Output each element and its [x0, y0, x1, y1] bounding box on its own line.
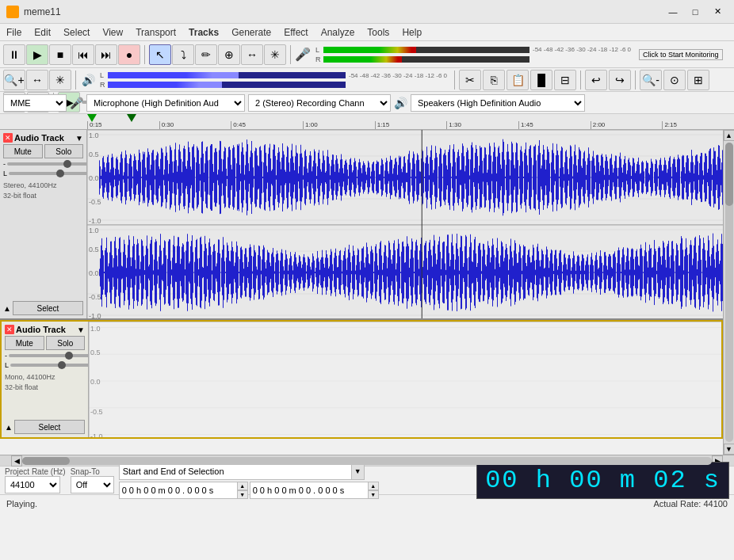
- meter-l-fill: [323, 47, 416, 53]
- menu-effect[interactable]: Effect: [277, 24, 314, 40]
- cut-button[interactable]: ✂: [459, 70, 481, 90]
- close-button[interactable]: ✕: [707, 4, 728, 20]
- channels-select[interactable]: 2 (Stereo) Recording Chann: [248, 94, 391, 112]
- v-scroll-down[interactable]: ▼: [724, 444, 735, 455]
- zoom-reset-button[interactable]: ⊙: [663, 70, 686, 90]
- ruler-tick-8: 2:15: [662, 121, 734, 129]
- snap-to-label: Snap-To: [71, 467, 100, 476]
- menu-transport[interactable]: Transport: [129, 24, 182, 40]
- pb-meter-l-fill: [108, 72, 239, 78]
- playback-tools: 🔍+ ↔ ✳: [3, 70, 71, 90]
- sel-end-input[interactable]: [250, 482, 369, 499]
- meter-r-row: R: [315, 55, 631, 64]
- selection-type-arrow[interactable]: ▼: [351, 463, 364, 479]
- meter-l-ticks: -54 -48 -42 -36 -30 -24 -18 -12 -6 0: [533, 46, 631, 53]
- ruler-tick-6: 1:45: [518, 121, 591, 129]
- zoom-sel-button[interactable]: ✳: [49, 70, 71, 90]
- pb-meter-l-label: L: [100, 71, 106, 79]
- silence-button[interactable]: ⊟: [554, 70, 576, 90]
- v-scrollbar: ▲ ▼: [723, 130, 734, 455]
- v-scroll-track: [725, 143, 733, 442]
- zoom-out-button[interactable]: 🔍-: [640, 70, 662, 90]
- monitor-button[interactable]: Click to Start Monitoring: [639, 49, 723, 60]
- menu-help[interactable]: Help: [396, 24, 428, 40]
- track1-mute-button[interactable]: Mute: [3, 144, 43, 158]
- api-select[interactable]: MME: [3, 94, 67, 112]
- sel-start-input[interactable]: [119, 482, 238, 499]
- project-rate-select[interactable]: 44100: [5, 476, 60, 493]
- track2-solo-button[interactable]: Solo: [46, 336, 86, 350]
- window-controls: — □ ✕: [663, 4, 728, 20]
- track1-arrow[interactable]: ▼: [75, 134, 83, 143]
- copy-button[interactable]: ⎘: [483, 70, 505, 90]
- menu-select[interactable]: Select: [57, 24, 96, 40]
- timeshift-tool-button[interactable]: ↔: [241, 44, 263, 65]
- redo-button[interactable]: ↪: [609, 70, 631, 90]
- menu-analyze[interactable]: Analyze: [315, 24, 361, 40]
- draw-tool-button[interactable]: ✏: [195, 44, 217, 65]
- ruler-ticks: 0:15 0:30 0:45 1:00 1:15 1:30 1:45 2:00 …: [0, 114, 734, 129]
- track2-title-row: ✕ Audio Track ▼: [5, 325, 85, 334]
- next-button[interactable]: ⏭: [95, 44, 117, 65]
- input-device-select[interactable]: Microphone (High Definition Aud: [86, 94, 245, 112]
- zoom-in-button[interactable]: 🔍+: [3, 70, 25, 90]
- undo-button[interactable]: ↩: [585, 70, 607, 90]
- menu-generate[interactable]: Generate: [225, 24, 277, 40]
- meter-l-row: L -54 -48 -42 -36 -30 -24 -18 -12 -6 0: [315, 45, 631, 55]
- track2-select-row: ▲ Select: [5, 420, 85, 434]
- h-scroll-left[interactable]: ◀: [11, 455, 22, 467]
- sel-start-group: ▲ ▼: [119, 482, 248, 499]
- sel-end-up[interactable]: ▲: [368, 482, 379, 490]
- zoom-fit-button[interactable]: ↔: [26, 70, 48, 90]
- track1-volume-row: - +: [3, 160, 83, 168]
- sel-start-down[interactable]: ▼: [237, 490, 248, 499]
- zoom-h-button[interactable]: ⊞: [687, 70, 709, 90]
- envelope-tool-button[interactable]: ⤵: [172, 44, 194, 65]
- cursor-left-marker: [87, 114, 97, 122]
- mic-device-icon: 🎤: [70, 97, 83, 109]
- maximize-button[interactable]: □: [685, 4, 705, 20]
- snap-to-select[interactable]: Off On: [71, 476, 114, 493]
- trim-button[interactable]: ▐▌: [530, 70, 552, 90]
- track1-select-row: ▲ Select: [3, 301, 83, 315]
- track2-waveform[interactable]: [89, 322, 721, 437]
- paste-button[interactable]: 📋: [507, 70, 529, 90]
- menu-edit[interactable]: Edit: [28, 24, 57, 40]
- menu-view[interactable]: View: [96, 24, 129, 40]
- track2-mute-button[interactable]: Mute: [5, 336, 44, 350]
- track1-select-button[interactable]: Select: [13, 301, 83, 315]
- track1-solo-button[interactable]: Solo: [44, 144, 84, 158]
- pause-button[interactable]: ⏸: [3, 44, 25, 65]
- menu-tools[interactable]: Tools: [361, 24, 396, 40]
- sel-end-down[interactable]: ▼: [368, 490, 379, 499]
- zoom-tool-button[interactable]: ⊕: [218, 44, 240, 65]
- prev-button[interactable]: ⏮: [72, 44, 94, 65]
- record-button[interactable]: ●: [118, 44, 140, 65]
- select-tool-button[interactable]: ↖: [149, 44, 171, 65]
- v-scroll-thumb[interactable]: [725, 143, 733, 206]
- multi-tool-button[interactable]: ✳: [264, 44, 286, 65]
- h-scroll-thumb[interactable]: [22, 457, 70, 465]
- play-button[interactable]: ▶: [26, 44, 48, 65]
- selection-type-combo[interactable]: Start and End of Selection ▼: [119, 463, 365, 480]
- track2-expand[interactable]: ▲: [5, 423, 13, 432]
- track1-waveform[interactable]: [87, 130, 723, 318]
- menu-file[interactable]: File: [0, 24, 28, 40]
- stop-button[interactable]: ■: [49, 44, 71, 65]
- track2-arrow[interactable]: ▼: [77, 326, 85, 334]
- sel-start-up[interactable]: ▲: [237, 482, 248, 490]
- menu-tracks[interactable]: Tracks: [182, 24, 225, 40]
- h-scroll-track: [22, 457, 712, 465]
- track2-btn-row: Mute Solo: [5, 336, 85, 350]
- output-device-select[interactable]: Speakers (High Definition Audio: [411, 94, 585, 112]
- device-toolbar: MME 🎤 Microphone (High Definition Aud 2 …: [0, 92, 734, 114]
- track2-close-button[interactable]: ✕: [5, 325, 14, 334]
- meter-r-fill: [323, 56, 402, 63]
- playback-toolbar: 🔍+ ↔ ✳ 🔊 L -54 -48 -42 -36 -30 -24 -18 -…: [0, 68, 734, 92]
- track1-expand[interactable]: ▲: [3, 304, 11, 313]
- minimize-button[interactable]: —: [663, 4, 683, 20]
- v-scroll-up[interactable]: ▲: [724, 130, 735, 141]
- track1-close-button[interactable]: ✕: [3, 133, 13, 143]
- speaker-icon-pb: 🔊: [82, 74, 95, 86]
- track2-select-button[interactable]: Select: [14, 420, 85, 434]
